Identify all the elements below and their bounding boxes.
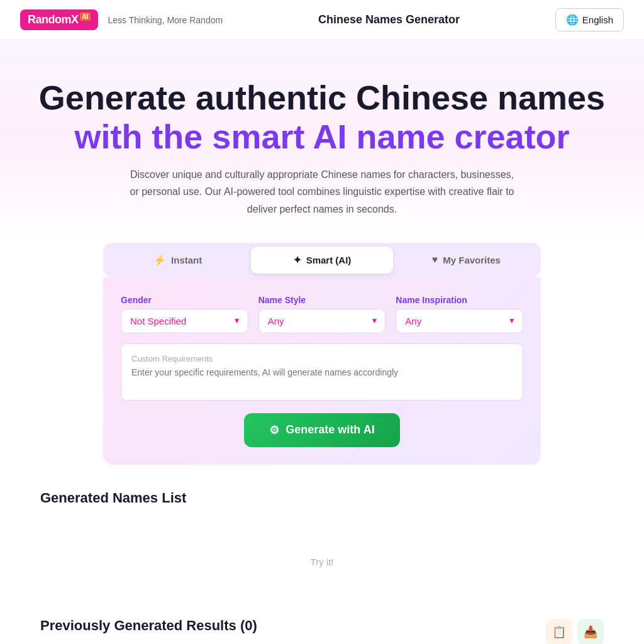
tabs-container: ⚡ Instant ✦ Smart (AI) ♥ My Favorites — [103, 243, 541, 277]
name-inspiration-select[interactable]: Any Nature Virtue Prosperity — [396, 309, 523, 333]
page-title: Chinese Names Generator — [318, 13, 460, 26]
gender-select-wrapper: Not Specified Male Female ▼ — [121, 309, 248, 333]
tab-favorites-label: My Favorites — [443, 255, 501, 265]
name-inspiration-select-wrapper: Any Nature Virtue Prosperity ▼ — [396, 309, 523, 333]
hero-title-line1: Generate authentic Chinese names — [39, 79, 605, 116]
tab-instant-label: Instant — [171, 255, 202, 265]
logo-ai-badge: AI — [80, 13, 91, 21]
generate-label: Generate with AI — [286, 423, 374, 436]
gender-field-group: Gender Not Specified Male Female ▼ — [121, 295, 248, 333]
generate-icon: ⚙ — [269, 423, 279, 437]
generate-btn-wrapper: ⚙ Generate with AI — [121, 413, 523, 447]
previous-title: Previously Generated Results (0) — [40, 618, 257, 634]
download-icon: 📥 — [584, 625, 597, 639]
gender-label: Gender — [121, 295, 248, 305]
tab-instant[interactable]: ⚡ Instant — [107, 247, 248, 274]
custom-req-label: Custom Requirements — [131, 354, 513, 364]
custom-req-input[interactable] — [131, 367, 513, 387]
gender-select[interactable]: Not Specified Male Female — [121, 309, 248, 333]
name-inspiration-label: Name Inspiration — [396, 295, 523, 305]
previous-section: Previously Generated Results (0) 📋 📥 No … — [20, 618, 624, 644]
language-button[interactable]: 🌐 English — [555, 8, 624, 31]
favorites-icon: ♥ — [432, 254, 438, 265]
empty-results-text: Try it! — [40, 519, 604, 605]
previous-actions: 📋 📥 — [546, 619, 604, 644]
form-card: Gender Not Specified Male Female ▼ Name … — [103, 277, 541, 465]
logo-text: RandomX — [28, 13, 79, 26]
name-style-select[interactable]: Any Traditional Modern Classical — [258, 309, 386, 333]
smart-icon: ✦ — [293, 254, 301, 266]
previous-header: Previously Generated Results (0) 📋 📥 — [40, 618, 604, 644]
header-left: RandomXAI Less Thinking, More Random — [20, 9, 223, 30]
tab-smart-ai[interactable]: ✦ Smart (AI) — [251, 247, 392, 274]
form-section: ⚡ Instant ✦ Smart (AI) ♥ My Favorites Ge… — [83, 243, 561, 465]
instant-icon: ⚡ — [153, 254, 166, 266]
results-title: Generated Names List — [40, 490, 604, 506]
translate-icon: 🌐 — [566, 14, 579, 26]
tab-smart-label: Smart (AI) — [306, 255, 352, 265]
generate-button[interactable]: ⚙ Generate with AI — [244, 413, 399, 447]
language-label: English — [582, 14, 613, 25]
hero-title-line2: with the smart AI name creator — [74, 118, 569, 155]
logo: RandomXAI — [20, 9, 98, 30]
header: RandomXAI Less Thinking, More Random Chi… — [0, 0, 644, 40]
custom-requirements-box: Custom Requirements — [121, 343, 523, 401]
results-section: Generated Names List Try it! — [20, 490, 624, 605]
fields-row: Gender Not Specified Male Female ▼ Name … — [121, 295, 523, 333]
download-button[interactable]: 📥 — [577, 619, 604, 644]
copy-icon: 📋 — [552, 625, 566, 639]
hero-section: Generate authentic Chinese names with th… — [0, 40, 644, 243]
hero-description: Discover unique and culturally appropria… — [127, 166, 517, 218]
tagline: Less Thinking, More Random — [108, 15, 223, 25]
name-inspiration-field-group: Name Inspiration Any Nature Virtue Prosp… — [396, 295, 523, 333]
tab-favorites[interactable]: ♥ My Favorites — [396, 247, 537, 274]
name-style-label: Name Style — [258, 295, 386, 305]
hero-title: Generate authentic Chinese names with th… — [20, 78, 624, 156]
name-style-field-group: Name Style Any Traditional Modern Classi… — [258, 295, 386, 333]
copy-button[interactable]: 📋 — [546, 619, 572, 644]
name-style-select-wrapper: Any Traditional Modern Classical ▼ — [258, 309, 386, 333]
